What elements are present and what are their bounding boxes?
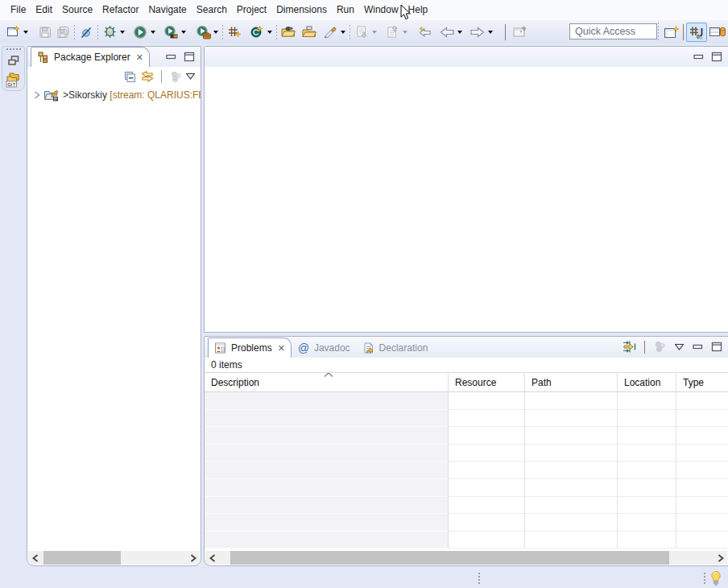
new-connection-dropdown[interactable] (266, 23, 274, 41)
focus-on-task-button[interactable] (167, 68, 184, 85)
tab-package-explorer[interactable]: Package Explorer ✕ (31, 47, 150, 67)
new-wizard-button[interactable] (4, 23, 22, 41)
view-menu-button[interactable] (184, 71, 196, 82)
save-button[interactable] (36, 23, 54, 41)
editor-tab-strip (205, 47, 728, 67)
menu-item-4[interactable]: Navigate (143, 1, 191, 19)
mark-occurrences-button[interactable] (321, 23, 339, 41)
menu-item-7[interactable]: Dimensions (271, 1, 332, 19)
editor-maximize-button[interactable] (710, 52, 723, 63)
column-header-1[interactable]: Resource (449, 373, 525, 392)
new-connection-button[interactable] (248, 23, 266, 41)
last-edit-location-button[interactable] (416, 23, 433, 41)
mouse-cursor (400, 4, 412, 21)
previous-annotation-button[interactable] (383, 23, 401, 41)
forward-button[interactable] (469, 23, 486, 41)
maximize-view-button[interactable] (183, 52, 196, 63)
scroll-left-icon[interactable] (28, 551, 42, 565)
new-java-package-button[interactable] (225, 23, 243, 41)
minimize-view-button[interactable] (164, 52, 177, 63)
tree-item-sikorskiy[interactable]: >Sikorskiy [stream: QLARIUS:FEA (27, 88, 201, 102)
mark-occurrences-dropdown[interactable] (339, 23, 347, 41)
menu-item-8[interactable]: Run (332, 1, 359, 19)
table-row-8[interactable] (205, 532, 728, 549)
new-wizard-dropdown[interactable] (22, 23, 30, 41)
scroll-thumb[interactable] (43, 551, 121, 565)
problems-focus-button[interactable] (652, 338, 667, 356)
run-button[interactable] (131, 23, 149, 41)
save-all-button[interactable] (54, 23, 72, 41)
table-row-5[interactable] (205, 479, 728, 497)
skip-breakpoints-icon (80, 26, 93, 39)
open-resource-button[interactable] (300, 23, 318, 41)
problems-hscrollbar[interactable] (205, 551, 727, 565)
problems-maximize-button[interactable] (710, 342, 723, 353)
table-row-1[interactable] (205, 410, 728, 428)
problems-scroll-right-icon[interactable] (714, 551, 727, 565)
menu-item-6[interactable]: Project (232, 1, 271, 19)
scroll-right-icon[interactable] (186, 551, 200, 565)
restore-view-button[interactable] (5, 52, 23, 69)
back-dropdown[interactable] (456, 23, 464, 41)
menu-item-1[interactable]: Edit (31, 1, 57, 19)
scroll-track[interactable] (42, 551, 186, 565)
status-grip-right[interactable] (704, 573, 705, 584)
column-header-4[interactable]: Type (676, 373, 728, 392)
tab-problems[interactable]: Problems ✕ (208, 337, 292, 358)
next-annotation-dropdown[interactable] (370, 23, 378, 41)
back-button[interactable] (438, 23, 456, 41)
problems-scroll-track[interactable] (219, 551, 714, 565)
coverage-dropdown[interactable] (180, 23, 188, 41)
tab-package-explorer-close-icon[interactable]: ✕ (136, 52, 143, 63)
perspective-java-button[interactable] (686, 23, 707, 42)
collapse-all-button[interactable] (121, 68, 139, 85)
perspective-javaee-button[interactable] (707, 23, 728, 42)
external-tools-dropdown[interactable] (212, 23, 220, 41)
quick-access-input[interactable] (569, 23, 657, 39)
column-header-2[interactable]: Path (525, 373, 618, 392)
pin-editor-button[interactable] (511, 23, 528, 41)
next-annotation-button[interactable] (353, 23, 370, 41)
trim-drag-handle[interactable] (6, 48, 21, 50)
table-row-7[interactable] (205, 514, 728, 532)
notifications-bulb-icon[interactable] (709, 570, 723, 586)
problems-view-menu-button[interactable] (673, 342, 685, 353)
skip-breakpoints-button[interactable] (77, 23, 95, 41)
problems-minimize-button[interactable] (691, 342, 704, 353)
open-artifact-button[interactable] (279, 23, 297, 41)
package-explorer-hscrollbar[interactable] (28, 551, 200, 565)
menu-item-2[interactable]: Source (57, 1, 97, 19)
open-perspective-button[interactable] (663, 23, 680, 41)
git-repositories-button[interactable]: G I T (5, 71, 23, 89)
coverage-button[interactable] (162, 23, 180, 41)
debug-dropdown[interactable] (118, 23, 126, 41)
problems-scroll-thumb[interactable] (230, 551, 669, 565)
menu-item-3[interactable]: Refactor (97, 1, 143, 19)
tab-javadoc[interactable]: @ Javadoc (292, 337, 357, 358)
editor-minimize-button[interactable] (692, 52, 705, 63)
forward-dropdown[interactable] (486, 23, 494, 41)
filters-button[interactable] (622, 338, 637, 356)
tab-declaration[interactable]: Declaration (357, 337, 435, 358)
table-row-0[interactable] (205, 392, 728, 410)
table-row-4[interactable] (205, 462, 728, 479)
menu-bar: File Edit Source Refactor Navigate Searc… (0, 0, 728, 20)
menu-item-9[interactable]: Window (359, 1, 403, 19)
expand-chevron-icon[interactable] (32, 90, 42, 100)
previous-annotation-dropdown[interactable] (401, 23, 409, 41)
run-dropdown[interactable] (149, 23, 157, 41)
debug-button[interactable] (101, 23, 118, 41)
table-row-3[interactable] (205, 445, 728, 462)
table-row-2[interactable] (205, 427, 728, 445)
editor-content[interactable] (205, 67, 728, 332)
status-grip[interactable] (478, 573, 480, 584)
run-icon (133, 25, 147, 39)
menu-item-0[interactable]: File (6, 1, 31, 19)
tab-problems-close-icon[interactable]: ✕ (278, 343, 284, 354)
link-with-editor-button[interactable] (139, 68, 156, 85)
external-tools-button[interactable] (194, 23, 212, 41)
column-header-3[interactable]: Location (618, 373, 676, 392)
menu-item-5[interactable]: Search (192, 1, 232, 19)
table-row-6[interactable] (205, 497, 728, 515)
problems-scroll-left-icon[interactable] (205, 551, 219, 565)
